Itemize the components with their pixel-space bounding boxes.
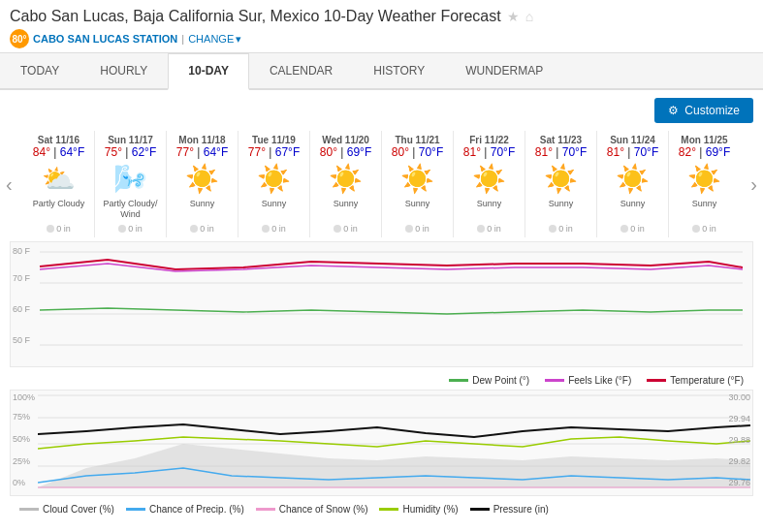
day-date: Fri 11/22 xyxy=(456,135,523,145)
day-precip: 0 in xyxy=(384,224,451,234)
tab-wundermap[interactable]: WUNDERMAP xyxy=(445,53,563,88)
customize-button[interactable]: ⚙ Customize xyxy=(654,98,753,123)
station-temp-badge: 80° xyxy=(10,29,29,48)
cloud-color xyxy=(19,508,39,511)
day-temps: 81° | 70°F xyxy=(599,145,666,159)
temperature-label: Temperature (°F) xyxy=(670,375,744,386)
day-temps: 80° | 70°F xyxy=(384,145,451,159)
tab-history[interactable]: HISTORY xyxy=(353,53,445,88)
day-high: 81° xyxy=(607,145,624,159)
precip-dot xyxy=(692,225,700,233)
day-desc: Partly Cloudy/ Wind xyxy=(97,199,164,224)
y-label-80: 80 F xyxy=(13,246,30,256)
station-bar: 80° CABO SAN LUCAS STATION | CHANGE ▾ xyxy=(10,29,753,48)
svg-marker-9 xyxy=(38,444,750,487)
day-desc: Sunny xyxy=(527,199,594,224)
day-precip: 0 in xyxy=(527,224,594,234)
y2-50: 50% xyxy=(13,434,30,444)
day-desc: Sunny xyxy=(384,199,451,224)
day-desc: Sunny xyxy=(599,199,666,224)
forecast-day-8[interactable]: Sun 11/24 81° | 70°F ☀️ Sunny 0 in xyxy=(597,131,669,237)
day-date: Sat 11/23 xyxy=(527,135,594,145)
day-high: 77° xyxy=(176,145,194,159)
weather-icon: ☀️ xyxy=(456,163,523,195)
day-low: 69°F xyxy=(347,145,371,159)
favorite-star-icon[interactable]: ★ xyxy=(507,9,520,24)
y2-r2: 29.94 xyxy=(728,414,750,423)
weather-icon: ☀️ xyxy=(240,163,307,195)
precip-value: 0 in xyxy=(343,224,358,234)
day-high: 84° xyxy=(33,145,50,159)
customize-label: Customize xyxy=(684,104,740,117)
precip-dot xyxy=(334,225,341,233)
prev-arrow[interactable]: ‹ xyxy=(2,170,16,200)
day-date: Sat 11/16 xyxy=(25,135,92,145)
precip-label: Chance of Precip. (%) xyxy=(149,504,244,515)
change-label: CHANGE xyxy=(188,33,234,45)
y2-25: 25% xyxy=(13,456,30,466)
nav-tabs: TODAY HOURLY 10-DAY CALENDAR HISTORY WUN… xyxy=(0,53,763,90)
day-temps: 84° | 64°F xyxy=(25,145,92,159)
day-precip: 0 in xyxy=(97,224,164,234)
temp-chart-legend: Dew Point (°) Feels Like (°F) Temperatur… xyxy=(10,371,753,390)
y2-100: 100% xyxy=(13,392,35,402)
home-icon[interactable]: ⌂ xyxy=(525,9,533,24)
tab-today[interactable]: TODAY xyxy=(0,53,79,88)
forecast-day-6[interactable]: Fri 11/22 81° | 70°F ☀️ Sunny 0 in xyxy=(454,131,525,237)
temp-chart: 80 F 70 F 60 F 50 F xyxy=(10,241,753,367)
day-desc: Sunny xyxy=(456,199,523,224)
legend-humidity: Humidity (%) xyxy=(379,504,458,515)
snow-color xyxy=(256,508,275,511)
precip-value: 0 in xyxy=(56,224,71,234)
precip-color xyxy=(126,508,145,511)
forecast-day-7[interactable]: Sat 11/23 81° | 70°F ☀️ Sunny 0 in xyxy=(525,131,597,237)
y2-75: 75% xyxy=(13,412,30,422)
forecast-day-1[interactable]: Sun 11/17 75° | 62°F 🌬️ Partly Cloudy/ W… xyxy=(95,131,167,237)
day-high: 75° xyxy=(105,145,122,159)
legend-feelslike: Feels Like (°F) xyxy=(545,375,631,386)
toolbar: ⚙ Customize xyxy=(0,90,763,131)
precip-dot xyxy=(262,225,270,233)
day-low: 70°F xyxy=(634,145,658,159)
tab-10day[interactable]: 10-DAY xyxy=(168,53,249,90)
forecast-day-3[interactable]: Tue 11/19 77° | 67°F ☀️ Sunny 0 in xyxy=(238,131,310,237)
legend-pressure: Pressure (in) xyxy=(470,504,549,515)
humidity-label: Humidity (%) xyxy=(402,504,458,515)
precip-value: 0 in xyxy=(487,224,501,234)
forecast-day-9[interactable]: Mon 11/25 82° | 69°F ☀️ Sunny 0 in xyxy=(669,131,740,237)
weather-icon: 🌬️ xyxy=(97,163,164,195)
legend-temperature: Temperature (°F) xyxy=(647,375,744,386)
day-high: 80° xyxy=(392,145,409,159)
day-precip: 0 in xyxy=(169,224,236,234)
precip-dot xyxy=(405,225,413,233)
forecast-day-4[interactable]: Wed 11/20 80° | 69°F ☀️ Sunny 0 in xyxy=(310,131,382,237)
day-temps: 81° | 70°F xyxy=(527,145,594,159)
temp-chart-svg xyxy=(11,242,743,368)
day-desc: Sunny xyxy=(169,199,236,224)
precip-value: 0 in xyxy=(200,224,214,234)
chevron-down-icon: ▾ xyxy=(236,33,241,46)
precip-dot xyxy=(118,225,126,233)
weather-icon: ☀️ xyxy=(599,163,666,195)
precip-dot xyxy=(549,225,556,233)
next-arrow[interactable]: › xyxy=(747,170,761,200)
tab-hourly[interactable]: HOURLY xyxy=(79,53,168,88)
day-low: 70°F xyxy=(491,145,515,159)
precip-value: 0 in xyxy=(128,224,143,234)
day-date: Tue 11/19 xyxy=(240,135,307,145)
tab-calendar[interactable]: CALENDAR xyxy=(249,53,353,88)
day-temps: 81° | 70°F xyxy=(456,145,523,159)
weather-chart-legend: Cloud Cover (%) Chance of Precip. (%) Ch… xyxy=(10,500,753,516)
weather-icon: ☀️ xyxy=(671,163,738,195)
forecast-day-2[interactable]: Mon 11/18 77° | 64°F ☀️ Sunny 0 in xyxy=(167,131,238,237)
legend-dewpoint: Dew Point (°) xyxy=(449,375,529,386)
page-title: Cabo San Lucas, Baja California Sur, Mex… xyxy=(10,8,753,25)
change-link[interactable]: CHANGE ▾ xyxy=(188,33,241,46)
forecast-day-0[interactable]: Sat 11/16 84° | 64°F ⛅ Partly Cloudy 0 i… xyxy=(23,131,95,237)
day-low: 64°F xyxy=(204,145,228,159)
forecast-day-5[interactable]: Thu 11/21 80° | 70°F ☀️ Sunny 0 in xyxy=(382,131,454,237)
page-header: Cabo San Lucas, Baja California Sur, Mex… xyxy=(0,0,763,53)
day-high: 77° xyxy=(248,145,266,159)
precip-value: 0 in xyxy=(702,224,716,234)
pressure-color xyxy=(470,508,490,511)
